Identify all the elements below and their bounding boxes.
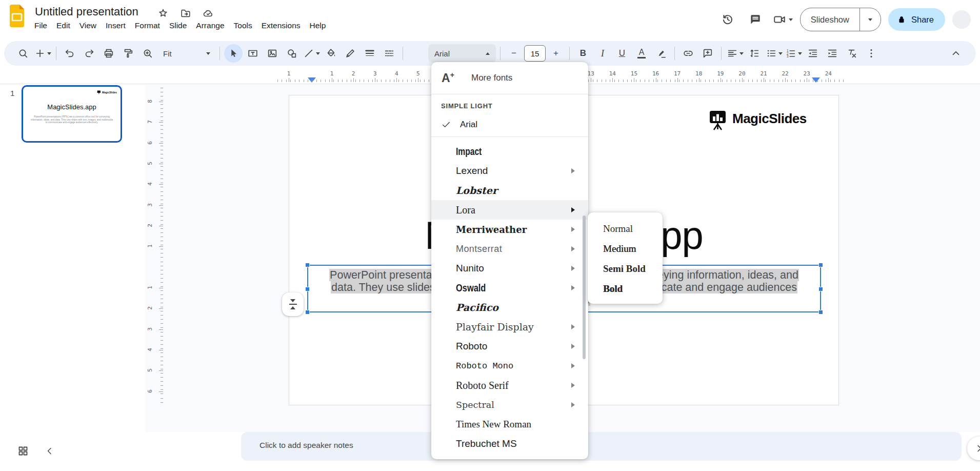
ruler-tick [351,80,351,82]
font-item-merriweather[interactable]: Merriweather [431,220,588,239]
line-spacing-button[interactable] [745,44,764,63]
align-button[interactable] [726,44,744,63]
decrease-font-size-button[interactable]: − [505,44,523,63]
text-box-tool[interactable] [244,44,262,63]
comment-history-icon[interactable] [745,9,766,30]
font-item-montserrat[interactable]: Montserrat [431,239,588,259]
menu-help[interactable]: Help [305,18,331,33]
insert-link-button[interactable] [679,44,697,63]
menu-slide[interactable]: Slide [165,18,191,33]
italic-button[interactable]: I [593,44,612,63]
weight-item-normal[interactable]: Normal [588,219,663,239]
resize-handle-sw[interactable] [305,310,310,315]
slideshow-options-dropdown[interactable] [860,18,881,21]
google-slides-logo[interactable] [8,4,26,28]
paint-format-button[interactable] [119,44,137,63]
clear-formatting-button[interactable] [843,44,861,63]
document-title[interactable]: Untitled presentation [35,5,138,18]
fill-color-button[interactable] [322,44,340,63]
more-options-button[interactable] [862,44,881,63]
cloud-saved-icon[interactable] [202,7,214,19]
font-item-current[interactable]: Arial [431,113,588,136]
menu-file[interactable]: File [30,18,52,33]
font-family-select[interactable]: Arial [428,44,496,63]
menu-format[interactable]: Format [130,18,165,33]
speaker-notes-panel[interactable]: Click to add speaker notes [241,432,962,461]
ruler-tick [614,80,615,82]
font-size-input[interactable]: 15 [524,45,546,62]
font-item-lexend[interactable]: Lexend [431,161,588,181]
menu-tools[interactable]: Tools [229,18,257,33]
increase-indent-button[interactable] [823,44,842,63]
increase-font-size-button[interactable]: + [547,44,565,63]
move-folder-icon[interactable] [179,7,192,19]
select-tool[interactable] [224,44,243,63]
font-item-roboto[interactable]: Roboto [431,337,588,356]
text-color-button[interactable]: A [632,44,651,63]
share-button[interactable]: Share [888,8,945,31]
redo-button[interactable] [80,44,98,63]
weight-item-bold[interactable]: Bold [588,279,663,299]
font-item-roboto-mono[interactable]: Roboto Mono [431,356,588,376]
font-item-times-new-roman[interactable]: Times New Roman [431,415,588,434]
ruler-tick [748,80,749,82]
bulleted-list-button[interactable] [765,44,783,63]
font-item-pacifico[interactable]: Pacifico [431,298,588,317]
more-fonts-item[interactable]: A+ More fonts [431,62,588,94]
font-item-trebuchet-ms[interactable]: Trebuchet MS [431,434,588,454]
resize-handle-se[interactable] [818,310,823,315]
text-autofit-button[interactable] [282,292,304,316]
resize-handle-ne[interactable] [818,263,823,267]
zoom-button[interactable] [138,44,157,63]
font-item-roboto-serif[interactable]: Roboto Serif [431,376,588,395]
zoom-select[interactable]: Fit [158,44,215,63]
insert-image-button[interactable] [263,44,282,63]
grid-view-button[interactable] [13,441,33,461]
border-weight-button[interactable] [361,44,379,63]
border-color-button[interactable] [341,44,359,63]
new-slide-button[interactable] [33,44,52,63]
menu-extensions[interactable]: Extensions [257,18,305,33]
slide-brand-logo[interactable]: MagicSlides [709,110,807,130]
font-item-impact[interactable]: Impact [431,142,588,161]
version-history-icon[interactable] [717,9,738,30]
font-item-nunito[interactable]: Nunito [431,259,588,278]
star-icon[interactable] [157,7,169,19]
font-item-lora[interactable]: Lora [431,200,588,220]
ruler-tick-major [159,308,163,309]
underline-button[interactable]: U [613,44,631,63]
decrease-indent-button[interactable] [804,44,822,63]
menu-scrollbar[interactable] [583,215,586,359]
search-button[interactable] [14,44,32,63]
border-dash-button[interactable] [380,44,398,63]
font-item-lobster[interactable]: Lobster [431,181,588,200]
font-item-spectral[interactable]: Spectral [431,395,588,415]
slideshow-button[interactable]: Slideshow [800,8,881,31]
numbered-list-button[interactable]: 123 [784,44,803,63]
ruler-tick [161,286,163,287]
hide-menus-button[interactable] [947,44,965,63]
line-tool[interactable] [302,44,321,63]
font-item-oswald[interactable]: Oswald [431,278,588,298]
resize-handle-nw[interactable] [305,263,310,267]
shape-tool[interactable] [283,44,301,63]
print-button[interactable] [99,44,118,63]
menu-edit[interactable]: Edit [52,18,75,33]
collapse-filmstrip-button[interactable] [42,443,57,459]
resize-handle-w[interactable] [305,287,310,291]
bold-button[interactable]: B [574,44,592,63]
menu-arrange[interactable]: Arrange [191,18,229,33]
dropdown-arrow-icon [798,52,802,55]
font-item-playfair-display[interactable]: Playfair Display [431,317,588,337]
menu-view[interactable]: View [75,18,101,33]
slide-thumbnail[interactable]: MagicSlides MagicSlides.app PowerPoint p… [22,85,122,143]
menu-insert[interactable]: Insert [101,18,130,33]
undo-button[interactable] [61,44,79,63]
account-avatar[interactable] [952,10,971,29]
add-comment-button[interactable] [698,44,717,63]
join-call-button[interactable] [773,13,793,26]
weight-item-semi-bold[interactable]: Semi Bold [588,259,663,279]
highlight-color-button[interactable] [652,44,670,63]
weight-item-medium[interactable]: Medium [588,239,663,259]
resize-handle-e[interactable] [818,287,823,291]
